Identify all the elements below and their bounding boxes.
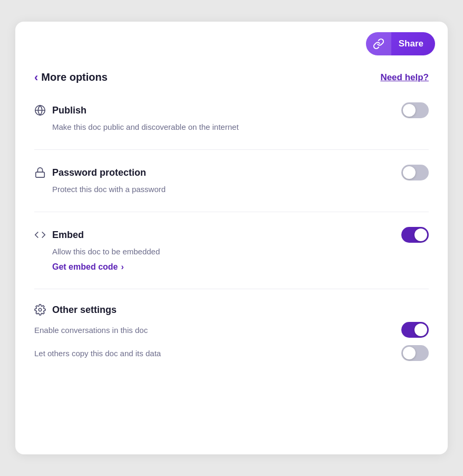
copy-toggle[interactable]: [401, 345, 429, 361]
password-section: Password protection Protect this doc wit…: [34, 165, 429, 195]
divider-1: [34, 149, 429, 150]
other-settings-title: Other settings: [52, 304, 117, 316]
divider-3: [34, 289, 429, 289]
settings-card: Share ‹ More options Need help?: [15, 22, 448, 454]
password-toggle[interactable]: [401, 165, 429, 180]
back-navigation: ‹ More options Need help?: [34, 71, 429, 83]
embed-link-chevron-icon: ›: [121, 262, 123, 272]
share-label: Share: [391, 32, 435, 55]
back-chevron-icon: ‹: [34, 72, 38, 83]
password-title: Password protection: [52, 167, 146, 178]
publish-section: Publish Make this doc public and discove…: [34, 102, 429, 132]
embed-title: Embed: [52, 230, 84, 241]
main-content: ‹ More options Need help? Pub: [15, 61, 448, 361]
link-icon: [373, 38, 384, 50]
embed-toggle[interactable]: [401, 227, 429, 243]
embed-section: Embed Allow this doc to be embedded Get …: [34, 227, 429, 272]
globe-icon: [34, 104, 46, 116]
share-button-icon-area: [366, 32, 391, 55]
password-description: Protect this doc with a password: [52, 184, 429, 195]
lock-icon: [34, 167, 46, 178]
embed-link-label: Get embed code: [52, 262, 118, 272]
password-header: Password protection: [34, 165, 429, 180]
embed-header: Embed: [34, 227, 429, 243]
publish-description: Make this doc public and discoverable on…: [52, 121, 429, 132]
svg-point-2: [38, 308, 42, 311]
other-settings-header: Other settings: [34, 304, 429, 316]
publish-toggle[interactable]: [401, 102, 429, 118]
back-label: More options: [41, 71, 108, 83]
page-container: Share ‹ More options Need help?: [0, 0, 463, 476]
conversations-row: Enable conversations in this doc: [34, 322, 429, 338]
gear-icon: [34, 304, 46, 316]
code-icon: [34, 229, 46, 241]
conversations-toggle[interactable]: [401, 322, 429, 338]
embed-description: Allow this doc to be embedded: [52, 246, 429, 257]
conversations-label: Enable conversations in this doc: [34, 325, 148, 336]
help-link[interactable]: Need help?: [380, 72, 429, 83]
other-settings-title-group: Other settings: [34, 304, 117, 316]
share-button[interactable]: Share: [366, 32, 435, 55]
copy-row: Let others copy this doc and its data: [34, 345, 429, 361]
svg-rect-1: [36, 172, 45, 177]
publish-title-group: Publish: [34, 104, 86, 116]
publish-header: Publish: [34, 102, 429, 118]
divider-2: [34, 212, 429, 212]
get-embed-code-link[interactable]: Get embed code ›: [52, 262, 429, 272]
card-header: Share: [15, 22, 448, 61]
other-settings-section: Other settings Enable conversations in t…: [34, 304, 429, 361]
back-link[interactable]: ‹ More options: [34, 71, 108, 83]
copy-label: Let others copy this doc and its data: [34, 348, 161, 359]
embed-title-group: Embed: [34, 229, 84, 241]
publish-title: Publish: [52, 105, 86, 116]
password-title-group: Password protection: [34, 167, 146, 178]
